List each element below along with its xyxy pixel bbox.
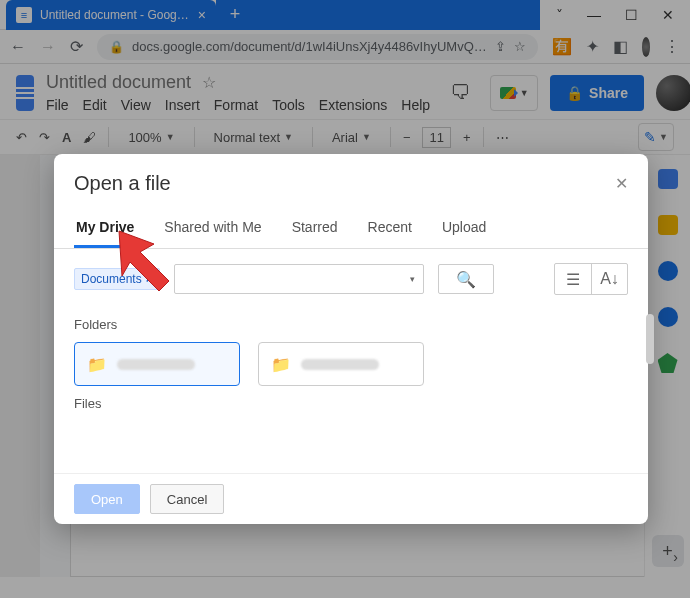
- folders-heading: Folders: [74, 317, 628, 332]
- folder-path-select[interactable]: ▾: [174, 264, 424, 294]
- chevron-down-icon: ▾: [410, 274, 415, 284]
- picker-tabs: My Drive Shared with Me Starred Recent U…: [54, 205, 648, 249]
- tab-starred[interactable]: Starred: [290, 213, 340, 248]
- scrollbar-thumb[interactable]: [646, 314, 648, 364]
- tab-recent[interactable]: Recent: [366, 213, 414, 248]
- list-view-button[interactable]: ☰: [555, 264, 591, 294]
- cancel-button[interactable]: Cancel: [150, 484, 224, 514]
- picker-content: Folders 📁 📁 Files: [54, 303, 648, 473]
- tab-shared-with-me[interactable]: Shared with Me: [162, 213, 263, 248]
- open-file-dialog: Open a file ✕ My Drive Shared with Me St…: [54, 154, 648, 524]
- shared-folder-icon: 📁: [271, 355, 291, 374]
- search-icon: 🔍: [456, 270, 476, 289]
- folder-name-redacted: [301, 359, 379, 370]
- chip-remove-icon[interactable]: ×: [146, 272, 153, 286]
- dialog-footer: Open Cancel: [54, 473, 648, 524]
- tab-my-drive[interactable]: My Drive: [74, 213, 136, 248]
- folder-icon: 📁: [87, 355, 107, 374]
- filter-chip-documents[interactable]: Documents ×: [74, 268, 160, 290]
- tab-upload[interactable]: Upload: [440, 213, 488, 248]
- folder-name-redacted: [117, 359, 195, 370]
- picker-toolbar: Documents × ▾ 🔍 ☰ A↓: [54, 249, 648, 303]
- folder-item[interactable]: 📁: [258, 342, 424, 386]
- dialog-title: Open a file: [74, 172, 171, 195]
- view-toggle: ☰ A↓: [554, 263, 628, 295]
- dialog-close-icon[interactable]: ✕: [615, 174, 628, 193]
- open-button[interactable]: Open: [74, 484, 140, 514]
- folder-item[interactable]: 📁: [74, 342, 240, 386]
- files-heading: Files: [74, 396, 628, 411]
- chip-label: Documents: [81, 272, 142, 286]
- picker-search-button[interactable]: 🔍: [438, 264, 494, 294]
- sort-button[interactable]: A↓: [591, 264, 627, 294]
